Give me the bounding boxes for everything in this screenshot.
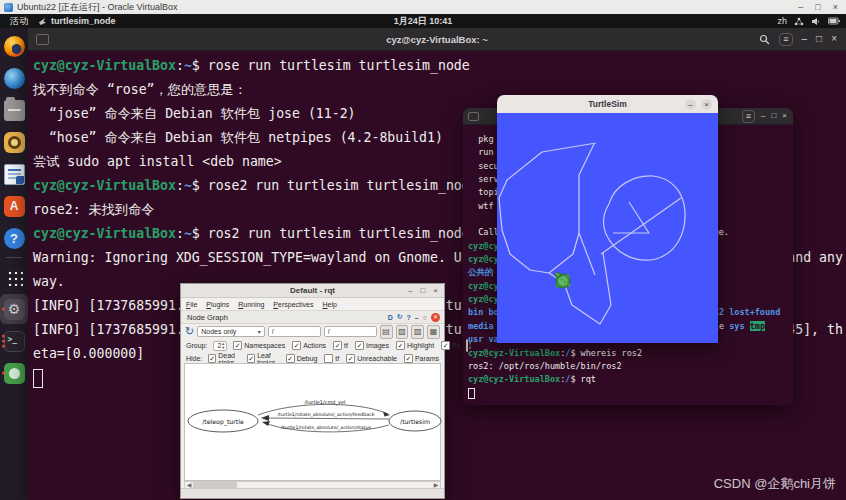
dock-item-settings[interactable] — [0, 294, 28, 324]
battery-icon — [828, 17, 840, 25]
software-icon — [4, 196, 25, 217]
virtualbox-icon — [4, 3, 13, 12]
refresh-button[interactable]: ↻ — [185, 326, 194, 337]
show-apps-icon — [4, 267, 25, 288]
save-svg-button[interactable]: ▨ — [411, 325, 424, 339]
close-icon[interactable]: × — [833, 0, 838, 14]
minimize-icon[interactable]: – — [415, 314, 419, 321]
virtualbox-title: Ubuntu22 [正在运行] - Oracle VirtualBox — [17, 1, 177, 14]
checkbox-icon: ✓ — [346, 354, 355, 363]
help-icon — [4, 228, 25, 249]
dock-item-firefox[interactable] — [0, 31, 28, 61]
rqt-window: Default - rqt – □ × FilePluginsRunningPe… — [180, 283, 445, 499]
dock — [0, 28, 28, 500]
filter-label: tf — [335, 355, 339, 362]
running-indicator — [2, 340, 5, 343]
filter-tf[interactable]: ✓tf — [333, 341, 348, 350]
filter-label: Unreachable — [357, 355, 397, 362]
search-icon[interactable] — [759, 34, 770, 45]
dock-item-thunderbird[interactable] — [0, 63, 28, 93]
graph-type-select[interactable]: Nodes only ▾ — [197, 326, 265, 337]
edge-label: /turtle1/rotate_absolute/_action/feedbac… — [278, 412, 375, 418]
rqt-titlebar[interactable]: Default - rqt – □ × — [181, 284, 444, 298]
menu-file[interactable]: File — [186, 301, 197, 308]
node-graph-panelbar: Node Graph D ↻ ? – ○ ✕ — [181, 311, 444, 324]
filter-highlight[interactable]: ✓Highlight — [396, 341, 434, 350]
filter-images[interactable]: ✓Images — [355, 341, 389, 350]
checkbox-icon — [324, 354, 333, 363]
minimize-icon[interactable]: – — [802, 34, 808, 44]
checkbox-icon: ✓ — [292, 341, 301, 350]
settings-icon — [4, 299, 25, 320]
minimize-icon[interactable]: – — [761, 111, 765, 121]
filter-label: Images — [366, 342, 389, 349]
dock-item-show-apps[interactable] — [0, 262, 28, 292]
running-indicator — [2, 372, 5, 375]
minimize-icon[interactable]: – — [798, 0, 803, 14]
save-image-button[interactable]: ▦ — [427, 325, 440, 339]
rhythmbox-icon — [4, 132, 25, 153]
filter-label: Namespaces — [244, 342, 285, 349]
turtle-trail — [497, 113, 718, 343]
maximize-icon[interactable]: □ — [771, 111, 776, 121]
help-icon[interactable]: ? — [407, 314, 411, 321]
menu-icon[interactable]: ≡ — [779, 33, 792, 46]
dock-item-rhythmbox[interactable] — [0, 127, 28, 157]
maximize-icon[interactable]: □ — [816, 34, 822, 44]
float-icon[interactable]: ○ — [423, 314, 427, 321]
close-icon[interactable]: × — [831, 34, 837, 44]
screen: Ubuntu22 [正在运行] - Oracle VirtualBox – □ … — [0, 0, 846, 500]
close-icon[interactable]: × — [701, 99, 712, 110]
terminal-headerbar[interactable]: cyz@cyz-VirtualBox: ~ ≡ – □ × — [28, 28, 846, 51]
node-graph-toolbar: ↻ Nodes only ▾ ▤ ▧ ▨ ▦ — [181, 324, 444, 339]
dock-item-terminal[interactable] — [0, 326, 28, 356]
terminal-line — [468, 387, 793, 400]
node-label: /teleop_turtle — [202, 418, 244, 426]
green-app-icon — [4, 363, 25, 384]
close-icon[interactable]: ✕ — [431, 313, 440, 322]
filter-fit[interactable]: ✓Fit — [441, 341, 460, 350]
close-icon[interactable]: × — [433, 286, 438, 295]
node-filter-input[interactable] — [268, 326, 321, 337]
save-dot-button[interactable]: ▧ — [396, 325, 409, 339]
dock-item-green-app[interactable] — [0, 358, 28, 388]
rqt-title: Default - rqt — [181, 286, 444, 295]
dock-icon[interactable]: D — [388, 314, 393, 321]
filter-actions[interactable]: ✓Actions — [292, 341, 326, 350]
menu-plugins[interactable]: Plugins — [206, 301, 229, 308]
filter-label: Actions — [303, 342, 326, 349]
checkbox-icon: ✓ — [441, 341, 450, 350]
dock-item-writer[interactable] — [0, 159, 28, 189]
dock-item-files[interactable] — [0, 95, 28, 125]
menu-running[interactable]: Running — [238, 301, 264, 308]
maximize-icon[interactable]: □ — [815, 0, 820, 14]
graph-type-value: Nodes only — [201, 328, 236, 335]
close-icon[interactable]: × — [782, 111, 787, 121]
dock-item-software[interactable] — [0, 191, 28, 221]
spinner-arrows-icon[interactable]: ▲▼ — [221, 342, 226, 350]
reload-icon[interactable]: ↻ — [397, 313, 403, 321]
minimize-icon[interactable]: – — [685, 99, 696, 110]
filter-label: Params — [415, 355, 439, 362]
system-tray[interactable]: zh — [777, 16, 846, 26]
group-spinbox[interactable]: 2 ▲▼ — [213, 341, 227, 351]
menu-perspectives[interactable]: Perspectives — [273, 301, 313, 308]
maximize-icon[interactable]: □ — [420, 286, 425, 295]
network-icon — [794, 17, 804, 26]
filter-label: Highlight — [407, 342, 434, 349]
open-button[interactable]: ▤ — [380, 325, 393, 339]
menu-help[interactable]: Help — [322, 301, 336, 308]
clock[interactable]: 1月24日 10:41 — [0, 15, 846, 28]
terminal-line: cyz@cyz-VirtualBox:~$ rose run turtlesim… — [33, 54, 846, 78]
volume-icon — [811, 17, 821, 26]
dock-item-help[interactable] — [0, 223, 28, 253]
topic-filter-input[interactable] — [324, 326, 377, 337]
node-graph-canvas[interactable]: /teleop_turtle /turtlesim /turtle1/cmd_v… — [184, 363, 441, 481]
running-indicator — [2, 308, 5, 311]
menu-icon[interactable]: ≡ — [742, 110, 755, 123]
turtlesim-titlebar[interactable]: TurtleSim – × — [497, 95, 718, 113]
filter-namespaces[interactable]: ✓Namespaces — [233, 341, 285, 350]
fit-view-button[interactable] — [466, 339, 468, 352]
node-graph: /teleop_turtle /turtlesim /turtle1/cmd_v… — [185, 364, 442, 476]
minimize-icon[interactable]: – — [408, 286, 412, 295]
